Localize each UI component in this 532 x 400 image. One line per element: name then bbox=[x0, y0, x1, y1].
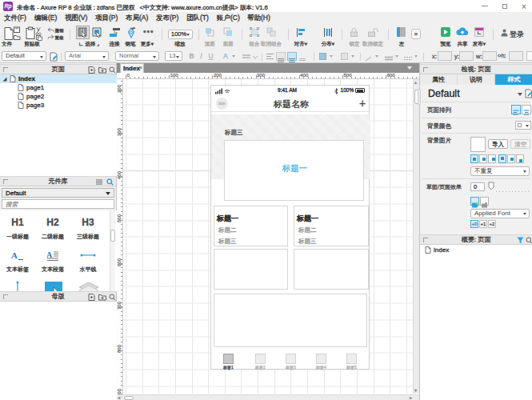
svg-text:A: A bbox=[46, 250, 53, 259]
svg-text:A: A bbox=[11, 250, 18, 260]
